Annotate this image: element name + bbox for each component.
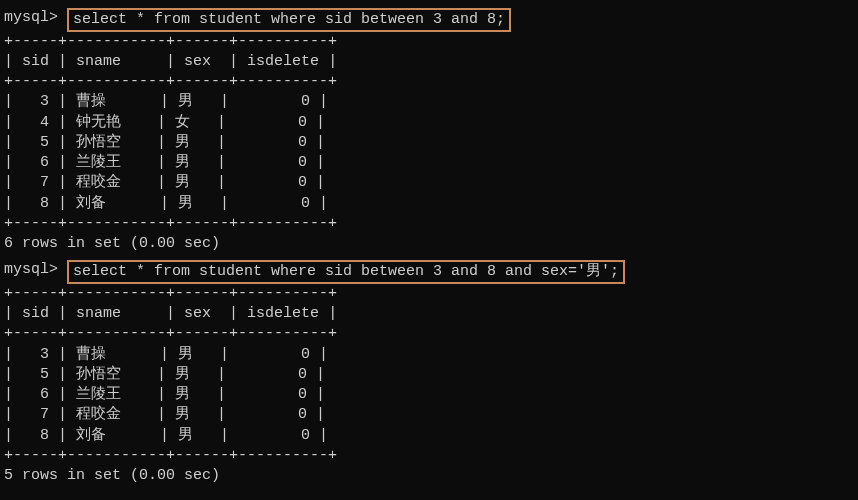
table-border: +-----+-----------+------+----------+ — [4, 284, 854, 304]
query1-prompt-line: mysql> select * from student where sid b… — [4, 8, 854, 32]
col-isdelete: isdelete — [247, 305, 319, 322]
table-row: | 5 | 孙悟空 | 男 | 0 | — [4, 133, 854, 153]
table-row: | 3 | 曹操 | 男 | 0 | — [4, 92, 854, 112]
col-sex: sex — [184, 305, 211, 322]
table-row: | 4 | 钟无艳 | 女 | 0 | — [4, 113, 854, 133]
mysql-prompt: mysql> — [4, 8, 67, 28]
table-row: | 5 | 孙悟空 | 男 | 0 | — [4, 365, 854, 385]
table-row: | 7 | 程咬金 | 男 | 0 | — [4, 173, 854, 193]
table-row: | 6 | 兰陵王 | 男 | 0 | — [4, 385, 854, 405]
query1-footer: 6 rows in set (0.00 sec) — [4, 234, 854, 254]
col-sid: sid — [22, 305, 49, 322]
table-border: +-----+-----------+------+----------+ — [4, 446, 854, 466]
table-header-row: | sid | sname | sex | isdelete | — [4, 304, 854, 324]
col-sex: sex — [184, 53, 211, 70]
col-sname: sname — [76, 305, 121, 322]
table-border: +-----+-----------+------+----------+ — [4, 32, 854, 52]
table-row: | 3 | 曹操 | 男 | 0 | — [4, 345, 854, 365]
query2-sql-highlight: select * from student where sid between … — [67, 260, 625, 284]
table-header-row: | sid | sname | sex | isdelete | — [4, 52, 854, 72]
table-border: +-----+-----------+------+----------+ — [4, 72, 854, 92]
query2-prompt-line: mysql> select * from student where sid b… — [4, 260, 854, 284]
table-row: | 6 | 兰陵王 | 男 | 0 | — [4, 153, 854, 173]
table-border: +-----+-----------+------+----------+ — [4, 214, 854, 234]
col-sid: sid — [22, 53, 49, 70]
table-row: | 8 | 刘备 | 男 | 0 | — [4, 194, 854, 214]
table-row: | 8 | 刘备 | 男 | 0 | — [4, 426, 854, 446]
query1-sql-highlight: select * from student where sid between … — [67, 8, 511, 32]
query2-footer: 5 rows in set (0.00 sec) — [4, 466, 854, 486]
table-row: | 7 | 程咬金 | 男 | 0 | — [4, 405, 854, 425]
col-isdelete: isdelete — [247, 53, 319, 70]
mysql-prompt: mysql> — [4, 260, 67, 280]
col-sname: sname — [76, 53, 121, 70]
table-border: +-----+-----------+------+----------+ — [4, 324, 854, 344]
